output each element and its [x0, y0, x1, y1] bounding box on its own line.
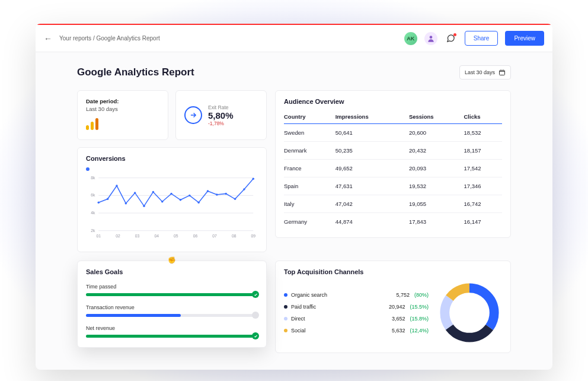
- svg-point-15: [116, 185, 117, 186]
- audience-header[interactable]: Impressions: [335, 110, 409, 124]
- svg-text:09: 09: [251, 234, 256, 238]
- svg-text:4k: 4k: [91, 211, 95, 215]
- svg-point-18: [143, 205, 145, 207]
- svg-point-23: [188, 195, 190, 196]
- sales-goal: Time passed: [86, 284, 258, 296]
- svg-text:6k: 6k: [91, 193, 95, 197]
- acquisition-value: 20,942: [389, 304, 405, 310]
- legend-dot-icon: [284, 329, 287, 332]
- breadcrumb-root[interactable]: Your reports: [59, 35, 91, 42]
- check-icon: [252, 332, 259, 339]
- acquisition-card: Top Acquisition Channels Organic search5…: [275, 261, 511, 353]
- share-button[interactable]: Share: [465, 31, 498, 46]
- svg-rect-3: [91, 122, 94, 130]
- sales-goals-card[interactable]: ✊ Sales Goals Time passedTransaction rev…: [77, 261, 267, 348]
- page-title: Google Analytics Report: [77, 66, 194, 78]
- acquisition-value: 5,752: [396, 292, 410, 298]
- table-cell: 16,147: [464, 213, 503, 231]
- audience-header[interactable]: Country: [284, 110, 335, 124]
- acquisition-title: Top Acquisition Channels: [284, 268, 502, 275]
- svg-text:8k: 8k: [91, 176, 95, 180]
- table-cell: 17,346: [464, 177, 503, 195]
- svg-text:04: 04: [154, 234, 159, 238]
- svg-point-22: [180, 199, 181, 201]
- table-cell: 17,843: [409, 213, 464, 231]
- acquisition-name: Social: [291, 328, 388, 334]
- legend-dot-icon: [284, 293, 287, 297]
- svg-point-29: [243, 188, 245, 190]
- back-button[interactable]: ←: [44, 34, 52, 43]
- conversions-card: Conversions 2k4k6k8k 010203040506070809: [77, 147, 267, 252]
- table-cell: 49,652: [335, 160, 409, 177]
- svg-point-17: [134, 192, 136, 193]
- table-cell: 50,235: [335, 142, 409, 160]
- arrow-right-circle-icon: [184, 106, 202, 124]
- exit-rate-delta: -1,78%: [208, 120, 234, 126]
- table-cell: Germany: [284, 213, 335, 231]
- content: Google Analytics Report Last 30 days Dat…: [36, 52, 552, 370]
- svg-rect-4: [95, 118, 98, 130]
- svg-point-13: [98, 202, 100, 204]
- table-cell: Sweden: [284, 124, 335, 142]
- report-window: ← Your reports / Google Analytics Report…: [36, 24, 552, 370]
- table-cell: Spain: [284, 177, 335, 195]
- preview-button[interactable]: Preview: [505, 31, 544, 46]
- acquisition-percent: (12,4%): [410, 328, 429, 334]
- table-cell: 44,874: [335, 213, 409, 231]
- breadcrumb-current[interactable]: Google Analytics Report: [96, 35, 159, 42]
- table-cell: France: [284, 160, 335, 177]
- svg-point-24: [197, 202, 199, 204]
- progress-bar: [86, 335, 258, 338]
- sales-goal: Net revenue: [86, 325, 258, 338]
- table-row: Sweden50,64120,60018,532: [284, 124, 502, 142]
- breadcrumb[interactable]: Your reports / Google Analytics Report: [59, 35, 397, 42]
- acquisition-item: Paid traffic20,942 (15.5%): [284, 304, 429, 310]
- table-cell: 50,641: [335, 124, 409, 142]
- audience-table: CountryImpressionsSessionsClicks Sweden5…: [284, 110, 502, 230]
- svg-point-28: [234, 198, 236, 200]
- exit-rate-value: 5,80%: [208, 110, 234, 120]
- person-icon: [427, 34, 435, 43]
- comments-icon[interactable]: [445, 32, 458, 45]
- svg-text:2k: 2k: [91, 228, 95, 233]
- table-row: Denmark50,23520,43218,157: [284, 142, 502, 160]
- table-cell: 17,542: [464, 160, 503, 177]
- table-row: Germany44,87417,84316,147: [284, 213, 502, 231]
- progress-bar: [86, 314, 181, 317]
- table-cell: 20,600: [409, 124, 464, 142]
- table-cell: 20,432: [409, 142, 464, 160]
- goal-label: Net revenue: [86, 325, 258, 331]
- svg-text:02: 02: [116, 234, 120, 238]
- legend-dot-icon: [284, 317, 287, 320]
- table-cell: 19,532: [409, 177, 464, 195]
- calendar-icon: [498, 69, 506, 76]
- svg-point-0: [429, 36, 432, 39]
- topbar: ← Your reports / Google Analytics Report…: [36, 25, 552, 52]
- svg-point-14: [107, 198, 108, 200]
- table-cell: 18,157: [464, 142, 503, 160]
- table-cell: Denmark: [284, 142, 335, 160]
- svg-rect-2: [86, 125, 89, 130]
- audience-title: Audience Overview: [284, 98, 502, 105]
- table-cell: 47,042: [335, 195, 409, 213]
- avatar-user-2[interactable]: [424, 32, 437, 45]
- table-cell: 18,532: [464, 124, 503, 142]
- audience-header[interactable]: Sessions: [409, 110, 464, 124]
- check-icon: [252, 291, 259, 298]
- acquisition-value: 5,632: [392, 328, 405, 334]
- svg-text:01: 01: [97, 234, 101, 238]
- svg-point-27: [225, 193, 226, 195]
- table-cell: Italy: [284, 195, 335, 213]
- svg-text:07: 07: [212, 234, 217, 238]
- progress-bar: [86, 293, 258, 296]
- acquisition-percent: (15.5%): [410, 304, 429, 310]
- goal-label: Transaction revenue: [86, 304, 258, 310]
- acquisition-item: Social5,632 (12,4%): [284, 328, 429, 334]
- acquisition-item: Direct3,652 (15.8%): [284, 316, 429, 322]
- avatar-user-1[interactable]: AK: [404, 32, 417, 45]
- date-range-picker[interactable]: Last 30 days: [459, 65, 511, 80]
- audience-header[interactable]: Clicks: [464, 110, 503, 124]
- audience-card: Audience Overview CountryImpressionsSess…: [275, 90, 511, 238]
- exit-rate-card: Exit Rate 5,80% -1,78%: [175, 90, 267, 140]
- table-row: Italy47,04219,05516,742: [284, 195, 502, 213]
